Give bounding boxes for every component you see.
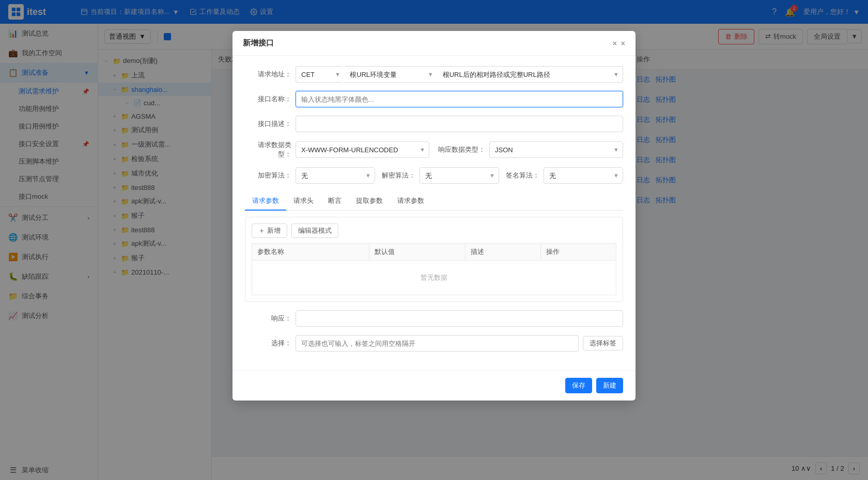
name-form-row: 接口名称： <box>245 91 623 107</box>
params-toolbar: ＋ 新增 编辑器模式 <box>252 223 616 238</box>
response-data-select-wrap: JSON XML TEXT ▼ <box>489 141 623 158</box>
sign-label: 签名算法： <box>503 171 539 180</box>
data-type-form-row: 请求数据类型： X-WWW-FORM-URLENCODED JSON XML F… <box>245 140 623 159</box>
modal-title: 新增接口 <box>243 38 274 48</box>
select-form-row: 选择： 选择标签 <box>245 335 623 351</box>
response-form-row: 响应： <box>245 310 623 327</box>
url-input-group: CET GET POST PUT DELETE ▼ 根URL环境变量 ▼ <box>296 66 623 83</box>
path-select-wrap: 根URL后的相对路径或完整URL路径 ▼ <box>438 66 623 83</box>
param-col-name: 参数名称 <box>252 244 369 261</box>
env-select[interactable]: 根URL环境变量 <box>345 66 438 83</box>
name-label: 接口名称： <box>245 94 291 104</box>
editor-mode-btn[interactable]: 编辑器模式 <box>291 223 338 238</box>
request-data-select[interactable]: X-WWW-FORM-URLENCODED JSON XML FORM-DATA… <box>296 141 429 158</box>
close-btn[interactable]: × <box>621 39 625 47</box>
params-empty-row: 暂无数据 <box>252 261 616 295</box>
tab-extract-params[interactable]: 提取参数 <box>349 192 390 211</box>
url-form-row: 请求地址： CET GET POST PUT DELETE ▼ <box>245 66 623 83</box>
param-col-default: 默认值 <box>369 244 465 261</box>
tag-select-input[interactable] <box>296 335 579 351</box>
env-select-wrap: 根URL环境变量 ▼ <box>345 66 438 83</box>
response-data-label: 响应数据类型： <box>433 145 485 154</box>
modal-overlay[interactable]: 新增接口 × × 请求地址： CET GET POST PUT <box>0 0 868 480</box>
path-select[interactable]: 根URL后的相对路径或完整URL路径 <box>438 66 623 83</box>
modal-footer: 保存 新建 <box>233 370 636 401</box>
plus-icon: ＋ <box>258 226 265 235</box>
tab-request-headers[interactable]: 请求头 <box>286 192 321 211</box>
decrypt-label: 解密算法： <box>379 171 415 180</box>
response-data-select[interactable]: JSON XML TEXT <box>489 141 623 158</box>
response-label: 响应： <box>245 314 291 323</box>
param-col-ops: 操作 <box>541 244 616 261</box>
add-api-modal: 新增接口 × × 请求地址： CET GET POST PUT <box>233 31 636 401</box>
desc-label: 接口描述： <box>245 119 291 129</box>
save-button[interactable]: 保存 <box>565 378 592 393</box>
create-button[interactable]: 新建 <box>596 378 623 393</box>
url-label: 请求地址： <box>245 70 291 79</box>
params-empty-text: 暂无数据 <box>252 261 616 295</box>
tab-request-params-2[interactable]: 请求参数 <box>390 192 431 211</box>
modal-header: 新增接口 × × <box>233 31 636 56</box>
response-input[interactable] <box>296 310 623 327</box>
decrypt-select-wrap: 无 AES RSA ▼ <box>420 167 499 184</box>
tab-assertion[interactable]: 断言 <box>321 192 349 211</box>
params-container: ＋ 新增 编辑器模式 参数名称 默认值 描述 操作 <box>245 217 623 302</box>
modal-close-btns: × × <box>613 39 625 47</box>
request-data-label: 请求数据类型： <box>245 140 291 159</box>
tab-request-params[interactable]: 请求参数 <box>245 192 286 211</box>
encrypt-form-row: 加密算法： 无 AES RSA ▼ 解密算法： 无 AES RSA <box>245 167 623 184</box>
select-label: 选择： <box>245 339 291 348</box>
request-data-select-wrap: X-WWW-FORM-URLENCODED JSON XML FORM-DATA… <box>296 141 429 158</box>
decrypt-select[interactable]: 无 AES RSA <box>420 167 499 184</box>
protocol-select-wrap: CET GET POST PUT DELETE ▼ <box>296 66 345 83</box>
sign-select-wrap: 无 MD5 SHA256 ▼ <box>544 167 623 184</box>
sign-select[interactable]: 无 MD5 SHA256 <box>544 167 623 184</box>
encrypt-select[interactable]: 无 AES RSA <box>296 167 375 184</box>
params-tabs: 请求参数 请求头 断言 提取参数 请求参数 <box>245 192 623 211</box>
select-tag-btn[interactable]: 选择标签 <box>583 336 623 350</box>
protocol-select[interactable]: CET GET POST PUT DELETE <box>296 66 342 83</box>
encrypt-label: 加密算法： <box>245 171 291 180</box>
api-desc-input[interactable] <box>296 116 623 132</box>
add-param-btn[interactable]: ＋ 新增 <box>252 223 287 238</box>
encrypt-select-wrap: 无 AES RSA ▼ <box>296 167 375 184</box>
param-col-desc: 描述 <box>466 244 541 261</box>
desc-form-row: 接口描述： <box>245 116 623 132</box>
minimize-btn[interactable]: × <box>613 39 617 47</box>
modal-body: 请求地址： CET GET POST PUT DELETE ▼ <box>233 56 636 370</box>
api-name-input[interactable] <box>296 91 623 107</box>
params-table: 参数名称 默认值 描述 操作 暂无数据 <box>252 243 616 295</box>
